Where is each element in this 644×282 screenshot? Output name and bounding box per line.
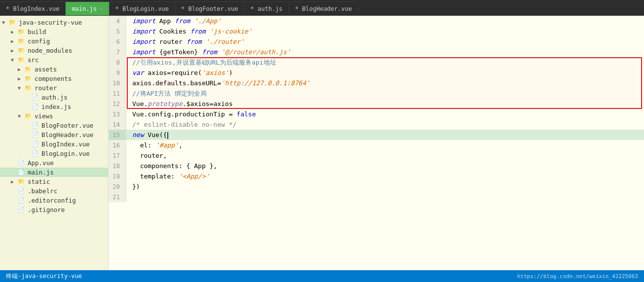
arrow-icon: ▶ <box>18 67 25 72</box>
arrow-icon: ▼ <box>11 57 18 63</box>
sidebar-item-blogheader-vue[interactable]: 📄 BlogHeader.vue <box>0 130 108 140</box>
sidebar-item-gitignore[interactable]: 📄 .gitignore <box>0 205 108 214</box>
sidebar-item-label-static: static <box>28 178 50 185</box>
js-file-icon: 📄 <box>32 104 39 110</box>
line-number-11: 11 <box>109 88 126 99</box>
vue-file-icon: 📄 <box>32 141 39 147</box>
sidebar-item-assets[interactable]: ▶ 📁 assets <box>0 65 108 74</box>
arrow-icon: ▶ <box>18 76 25 81</box>
spacer <box>25 141 32 147</box>
tab-label-bloglogin: * BlogLogin.vue <box>115 5 169 12</box>
sidebar-item-label-config: config <box>28 37 50 45</box>
code-line-17: 17 router, <box>109 150 644 161</box>
folder-icon: 📁 <box>25 75 33 82</box>
sidebar-item-label-build: build <box>28 28 46 35</box>
sidebar-item-label-babelrc: .babelrc <box>28 187 57 195</box>
tab-close-mainjs[interactable]: ✕ <box>100 5 103 12</box>
folder-icon: 📁 <box>9 19 17 26</box>
sidebar-item-app-vue[interactable]: 📄 App.vue <box>0 158 108 168</box>
tab-blogfooter[interactable]: * BlogFooter.vue <box>175 1 245 15</box>
line-number-13: 13 <box>109 109 126 119</box>
code-area: 4 import App from './App' 5 import Cooki… <box>109 16 644 202</box>
line-number-17: 17 <box>109 150 126 161</box>
sidebar-item-root[interactable]: ▼ 📁 java-security-vue <box>0 18 108 27</box>
sidebar-item-label-gitignore: .gitignore <box>28 206 65 213</box>
sidebar-item-static[interactable]: ▶ 📁 static <box>0 177 108 186</box>
code-line-19: 19 template: '<App/>' <box>109 171 644 181</box>
line-content-5: import Cookies from 'js-cookie' <box>126 26 644 36</box>
sidebar-item-index-js[interactable]: 📄 index.js <box>0 102 108 111</box>
sidebar-item-babelrc[interactable]: 📄 .babelrc <box>0 186 108 196</box>
sidebar-item-config[interactable]: ▶ 📁 config <box>0 36 108 46</box>
spacer <box>11 170 18 175</box>
spacer <box>11 188 18 194</box>
line-number-18: 18 <box>109 161 126 171</box>
tab-bloglogin[interactable]: * BlogLogin.vue <box>110 1 175 15</box>
line-number-8: 8 <box>109 57 126 68</box>
line-content-4: import App from './App' <box>126 16 644 26</box>
code-line-11: 11 //将API方法 绑定到全局 <box>109 88 644 99</box>
file-icon: 📄 <box>18 207 26 213</box>
line-number-9: 9 <box>109 68 126 78</box>
file-icon: 📄 <box>18 188 26 194</box>
sidebar-item-bloglogin-vue[interactable]: 📄 BlogLogin.vue <box>0 149 108 158</box>
tab-authjs[interactable]: * auth.js <box>245 1 289 15</box>
tab-label-blogindev: * BlogIndex.vue <box>6 5 59 12</box>
folder-icon: 📁 <box>18 57 26 63</box>
tab-mainjs[interactable]: main.js ✕ <box>66 1 109 15</box>
tab-label-blogheader: * BlogHeader.vue <box>295 5 352 12</box>
line-number-19: 19 <box>109 171 126 181</box>
spacer <box>25 104 32 109</box>
sidebar-item-components[interactable]: ▶ 📁 components <box>0 74 108 83</box>
line-content-12: Vue.prototype.$axios=axios <box>126 99 644 109</box>
tab-blogheader[interactable]: * BlogHeader.vue <box>289 1 359 15</box>
vue-file-icon: 📄 <box>32 122 39 129</box>
sidebar-item-blogindex-vue[interactable]: 📄 BlogIndex.vue <box>0 140 108 149</box>
code-line-18: 18 components: { App }, <box>109 161 644 171</box>
sidebar-item-build[interactable]: ▶ 📁 build <box>0 27 108 36</box>
sidebar-item-src[interactable]: ▼ 📁 src <box>0 55 108 65</box>
line-number-16: 16 <box>109 140 126 150</box>
sidebar-item-views[interactable]: ▼ 📁 views <box>0 111 108 121</box>
sidebar-item-label-components: components <box>35 75 72 82</box>
line-number-4: 4 <box>109 16 126 26</box>
code-line-10: 10 axios.defaults.baseURL='http://127.0.… <box>109 78 644 88</box>
file-icon: 📄 <box>18 197 26 204</box>
sidebar-item-auth-js[interactable]: 📄 auth.js <box>0 93 108 102</box>
tab-label-blogfooter: * BlogFooter.vue <box>181 5 238 12</box>
spacer <box>25 151 32 156</box>
sidebar-item-router[interactable]: ▼ 📁 router <box>0 83 108 93</box>
tab-blogindev[interactable]: * BlogIndex.vue <box>0 1 66 15</box>
spacer <box>11 207 18 212</box>
line-content-21 <box>126 192 644 202</box>
sidebar-item-main-js[interactable]: 📄 main.js <box>0 168 108 177</box>
spacer <box>25 123 32 128</box>
folder-icon: 📁 <box>25 113 33 119</box>
sidebar-item-label-router: router <box>35 84 57 92</box>
folder-icon: 📁 <box>18 38 26 44</box>
line-content-11: //将API方法 绑定到全局 <box>126 88 644 99</box>
line-content-7: import {getToken} from '@/router/auth.js… <box>126 47 644 57</box>
code-line-7: 7 import {getToken} from '@/router/auth.… <box>109 47 644 57</box>
sidebar-item-editorconfig[interactable]: 📄 .editorconfig <box>0 196 108 205</box>
sidebar-item-label-blogheader-vue: BlogHeader.vue <box>41 131 93 139</box>
vue-file-icon: 📄 <box>32 150 39 157</box>
folder-icon: 📁 <box>18 47 26 54</box>
code-line-12: 12 Vue.prototype.$axios=axios <box>109 99 644 109</box>
sidebar-item-label-main-js: main.js <box>28 169 54 176</box>
line-number-10: 10 <box>109 78 126 88</box>
folder-icon: 📁 <box>25 66 33 72</box>
sidebar-item-label-src: src <box>28 56 39 64</box>
tab-label-mainjs: main.js <box>72 5 97 12</box>
sidebar-item-label-root: java-security-vue <box>19 19 82 26</box>
sidebar-item-node-modules[interactable]: ▶ 📁 node_modules <box>0 46 108 55</box>
code-line-4: 4 import App from './App' <box>109 16 644 26</box>
sidebar-item-blogfooter-vue[interactable]: 📄 BlogFooter.vue <box>0 121 108 130</box>
line-content-10: axios.defaults.baseURL='http://127.0.0.1… <box>126 78 644 88</box>
line-number-12: 12 <box>109 99 126 109</box>
code-editor[interactable]: 4 import App from './App' 5 import Cooki… <box>109 16 644 270</box>
editor-wrapper: 4 import App from './App' 5 import Cooki… <box>109 16 644 270</box>
spacer <box>11 198 18 203</box>
line-number-7: 7 <box>109 47 126 57</box>
sidebar-item-label-node-modules: node_modules <box>28 47 72 54</box>
